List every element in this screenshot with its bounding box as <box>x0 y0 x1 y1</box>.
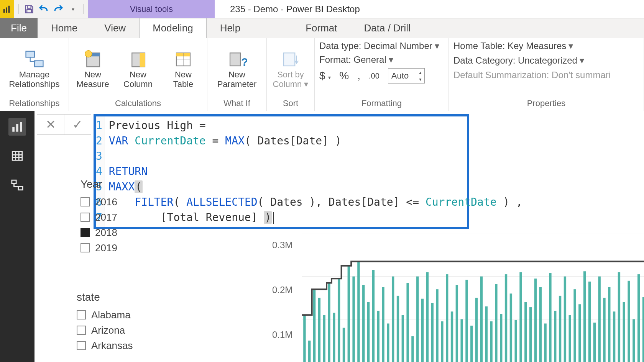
revenue-chart[interactable]: 0.3M 0.2M 0.1M <box>272 234 644 362</box>
svg-rect-80 <box>549 273 551 362</box>
save-button[interactable] <box>23 3 36 16</box>
decimal-places-icon: .00 <box>369 72 380 80</box>
data-view-button[interactable] <box>8 147 26 165</box>
modeling-tab[interactable]: Modeling <box>139 18 207 38</box>
year-option-2018[interactable]: 2018 <box>80 225 117 240</box>
checkbox-icon[interactable] <box>77 326 86 335</box>
ribbon: Manage Relationships Relationships New M… <box>0 38 644 111</box>
format-tab[interactable]: Format <box>292 18 350 38</box>
svg-rect-94 <box>618 272 620 362</box>
default-summarization-dropdown: Default Summarization: Don't summari <box>453 70 611 80</box>
svg-rect-86 <box>578 304 581 362</box>
svg-rect-17 <box>12 127 15 132</box>
view-tab[interactable]: View <box>91 18 139 38</box>
home-table-dropdown[interactable]: Home Table: Key Measures ▾ <box>453 41 611 51</box>
data-type-dropdown[interactable]: Data type: Decimal Number▾ <box>319 41 439 51</box>
svg-rect-70 <box>500 314 502 362</box>
help-tab[interactable]: Help <box>207 18 254 38</box>
new-parameter-button[interactable]: ? New Parameter <box>212 49 262 88</box>
percent-button[interactable]: % <box>339 70 349 82</box>
document-title: 235 - Demo - Power BI Desktop <box>215 0 644 18</box>
y-tick-0_1m: 0.1M <box>272 329 292 340</box>
checkbox-icon[interactable] <box>77 341 86 350</box>
redo-button[interactable] <box>52 3 65 16</box>
svg-rect-76 <box>529 307 532 362</box>
year-option-2017[interactable]: 2017 <box>80 210 117 225</box>
svg-rect-54 <box>421 299 424 362</box>
state-option-arizona[interactable]: Arizona <box>77 323 133 338</box>
checkbox-icon[interactable] <box>77 310 86 319</box>
svg-rect-93 <box>613 311 615 362</box>
thousands-separator-button[interactable]: , <box>357 70 360 82</box>
home-tab[interactable]: Home <box>38 18 91 38</box>
svg-rect-39 <box>348 266 350 362</box>
svg-rect-84 <box>569 315 571 362</box>
svg-rect-63 <box>465 280 468 362</box>
svg-text:?: ? <box>241 56 247 68</box>
data-drill-tab[interactable]: Data / Drill <box>351 18 424 38</box>
svg-rect-56 <box>431 303 434 362</box>
svg-rect-18 <box>16 124 18 132</box>
commit-formula-button[interactable]: ✓ <box>64 115 91 134</box>
svg-rect-0 <box>3 9 5 13</box>
svg-rect-16 <box>284 53 295 66</box>
svg-rect-31 <box>308 341 310 362</box>
svg-rect-66 <box>480 277 483 362</box>
svg-rect-52 <box>411 336 414 362</box>
svg-rect-51 <box>406 283 409 362</box>
manage-relationships-button[interactable]: Manage Relationships <box>5 49 64 88</box>
new-measure-button[interactable]: New Measure <box>74 49 112 88</box>
state-option-alabama[interactable]: Alabama <box>77 307 133 323</box>
svg-rect-44 <box>372 270 375 362</box>
svg-rect-45 <box>377 311 380 362</box>
svg-rect-67 <box>485 306 488 362</box>
checkbox-icon[interactable] <box>80 243 90 252</box>
new-column-button[interactable]: New Column <box>119 49 157 88</box>
svg-rect-47 <box>387 324 389 362</box>
svg-rect-25 <box>12 180 16 183</box>
svg-rect-43 <box>367 302 370 362</box>
state-slicer-title: state <box>77 291 133 303</box>
checkbox-icon[interactable] <box>80 197 90 206</box>
ribbon-tabstrip: File Home View Modeling Help Format Data… <box>0 18 644 38</box>
svg-rect-65 <box>475 298 478 362</box>
svg-rect-78 <box>539 287 542 362</box>
year-option-2016[interactable]: 2016 <box>80 194 117 210</box>
data-category-dropdown[interactable]: Data Category: Uncategorized ▾ <box>453 55 611 66</box>
group-label-relationships: Relationships <box>5 97 64 111</box>
svg-rect-34 <box>323 315 325 362</box>
format-dropdown[interactable]: Format: General▾ <box>319 54 393 65</box>
new-table-button[interactable]: New Table <box>164 49 202 88</box>
svg-rect-9 <box>140 53 145 67</box>
customize-qat-dropdown[interactable]: ▾ <box>66 3 79 16</box>
year-option-2019[interactable]: 2019 <box>80 240 117 256</box>
checkbox-icon[interactable] <box>80 228 90 237</box>
checkbox-icon[interactable] <box>80 213 90 222</box>
svg-rect-61 <box>456 285 458 362</box>
svg-rect-77 <box>534 278 537 362</box>
dax-code[interactable]: Previous High = VAR CurrentDate = MAX( D… <box>105 116 526 227</box>
svg-rect-55 <box>426 272 429 362</box>
year-slicer[interactable]: Year 2016201720182019 <box>80 178 117 256</box>
svg-rect-74 <box>519 272 522 362</box>
svg-rect-98 <box>637 274 640 362</box>
svg-rect-79 <box>544 324 546 362</box>
view-rail <box>0 111 34 362</box>
svg-rect-75 <box>524 302 527 362</box>
decimal-places-spinner[interactable]: Auto ▲▼ <box>388 68 425 84</box>
cancel-formula-button[interactable]: ✕ <box>37 115 64 134</box>
svg-rect-83 <box>564 277 566 362</box>
undo-button[interactable] <box>37 3 50 16</box>
file-tab[interactable]: File <box>0 18 38 38</box>
currency-button[interactable]: $ ▾ <box>319 70 331 82</box>
state-slicer[interactable]: state AlabamaArizonaArkansas <box>77 291 133 353</box>
report-canvas[interactable]: ✕ ✓ 1 2 3 4 5 6 7 Previous High = VAR Cu… <box>34 111 644 362</box>
svg-rect-59 <box>446 274 448 362</box>
report-view-button[interactable] <box>8 118 26 136</box>
svg-rect-50 <box>402 315 404 362</box>
svg-rect-71 <box>505 274 507 362</box>
dax-editor[interactable]: 1 2 3 4 5 6 7 Previous High = VAR Curren… <box>94 114 469 229</box>
state-option-arkansas[interactable]: Arkansas <box>77 338 133 353</box>
ribbon-group-sort: Sort by Column ▾ Sort <box>267 38 315 111</box>
model-view-button[interactable] <box>8 176 26 194</box>
